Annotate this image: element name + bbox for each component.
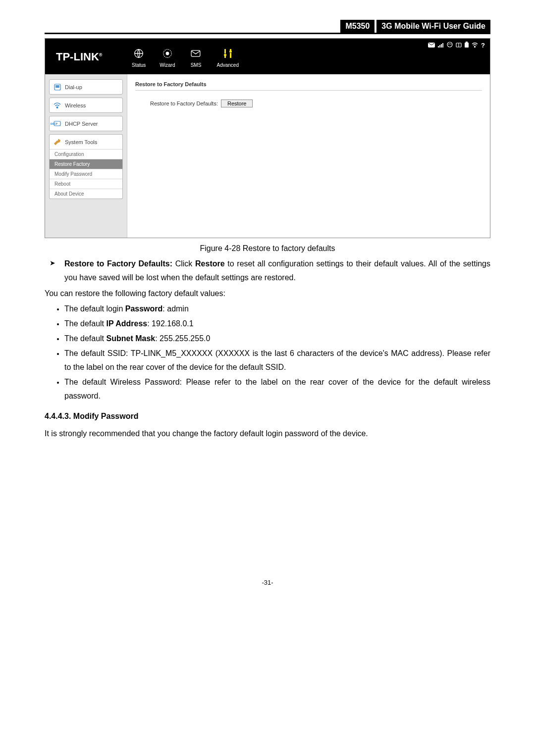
figure-caption: Figure 4-28 Restore to factory defaults [45, 244, 490, 253]
svg-rect-7 [230, 53, 231, 58]
list-item: The default Subnet Mask: 255.255.255.0 [64, 332, 490, 346]
app-header-bar: TP-LINK® Status Wizard SMS [45, 39, 490, 74]
sidebar-item-system-tools[interactable]: System Tools [49, 134, 123, 149]
sidebar-submenu: Configuration Restore Factory Modify Pas… [49, 149, 123, 199]
sidebar-sub-reboot[interactable]: Reboot [50, 179, 122, 189]
app-screenshot: TP-LINK® Status Wizard SMS [45, 38, 490, 238]
sidebar-item-label: DHCP Server [65, 121, 98, 127]
restore-row: Restore to Factory Defaults: Restore [150, 100, 482, 107]
section-heading: 4.4.4.3. Modify Password [45, 412, 490, 421]
wizard-icon [160, 47, 174, 60]
sidebar-sub-modify-password[interactable]: Modify Password [50, 169, 122, 179]
sidebar-item-wireless[interactable]: Wireless [49, 98, 123, 113]
svg-rect-6 [224, 56, 226, 58]
list-item: The default IP Address: 192.168.0.1 [64, 317, 490, 331]
guide-title: 3G Mobile Wi-Fi User Guide [376, 20, 490, 33]
svg-point-26 [58, 87, 59, 88]
envelope-icon [189, 47, 203, 60]
svg-rect-9 [230, 49, 231, 50]
sidebar: Dial-up Wireless DHCP DHCP Server System… [45, 74, 127, 238]
list-item: The default Wireless Password: Please re… [64, 375, 490, 403]
nav-sms[interactable]: SMS [189, 47, 203, 68]
svg-rect-11 [438, 46, 439, 48]
svg-point-2 [166, 52, 169, 55]
svg-point-27 [56, 106, 58, 108]
sidebar-sub-restore-factory[interactable]: Restore Factory [50, 159, 122, 169]
sidebar-item-label: Wireless [65, 102, 86, 108]
svg-rect-12 [439, 45, 440, 48]
defaults-list: The default login Password: admin The de… [64, 302, 490, 403]
sidebar-item-label: Dial-up [65, 84, 82, 90]
list-item: Restore to Factory Defaults: Click Resto… [64, 257, 490, 285]
wrench-icon [54, 138, 61, 146]
svg-point-8 [229, 50, 232, 53]
bold-span: Restore [195, 259, 225, 268]
globe-icon [132, 47, 146, 60]
battery-icon [465, 42, 469, 49]
mail-icon [428, 42, 435, 49]
svg-rect-3 [192, 50, 201, 56]
svg-point-22 [57, 85, 58, 86]
nav-sms-label: SMS [189, 62, 203, 68]
svg-rect-4 [224, 49, 226, 53]
paragraph: It is strongly recommended that you chan… [45, 427, 490, 440]
dialup-icon [54, 83, 61, 91]
svg-point-21 [55, 85, 56, 86]
restore-button[interactable]: Restore [221, 100, 253, 107]
svg-rect-13 [441, 44, 442, 48]
svg-rect-18 [465, 43, 469, 48]
svg-point-24 [55, 87, 56, 88]
model-badge: M5350 [340, 20, 374, 33]
content-panel: Restore to Factory Defaults Restore to F… [127, 74, 490, 238]
svg-point-15 [447, 42, 452, 47]
svg-point-25 [57, 87, 58, 88]
nav-status-label: Status [132, 62, 146, 68]
signal-icon [438, 42, 444, 49]
text-span: Click [172, 259, 195, 268]
app-body: Dial-up Wireless DHCP DHCP Server System… [45, 74, 490, 238]
nav-wizard[interactable]: Wizard [160, 47, 175, 68]
sidebar-sub-about-device[interactable]: About Device [50, 189, 122, 199]
nav-wizard-label: Wizard [160, 62, 175, 68]
sim-icon [456, 42, 462, 49]
nav-status[interactable]: Status [132, 47, 146, 68]
sidebar-sub-configuration[interactable]: Configuration [50, 149, 122, 159]
restore-label: Restore to Factory Defaults: [150, 101, 218, 106]
svg-rect-14 [442, 43, 443, 48]
dhcp-icon: DHCP [54, 120, 61, 127]
top-nav: Status Wizard SMS Advanced [127, 42, 239, 71]
list-item: The default login Password: admin [64, 302, 490, 316]
paragraph: You can restore the following factory de… [45, 287, 490, 300]
svg-point-19 [475, 46, 476, 47]
svg-point-23 [58, 85, 59, 86]
sidebar-item-dialup[interactable]: Dial-up [49, 79, 123, 95]
sliders-icon [221, 47, 235, 60]
connection-icon [447, 42, 453, 49]
feature-list: Restore to Factory Defaults: Click Resto… [64, 257, 490, 285]
page-number: -31- [45, 579, 490, 586]
wireless-icon [54, 101, 61, 109]
help-icon[interactable]: ? [481, 42, 485, 49]
status-tray: ? [428, 42, 485, 49]
sidebar-item-dhcp[interactable]: DHCP DHCP Server [49, 116, 123, 131]
list-item: The default SSID: TP-LINK_M5_XXXXXX (XXX… [64, 347, 490, 374]
svg-rect-17 [466, 42, 468, 43]
bold-span: Restore to Factory Defaults: [64, 259, 172, 268]
sidebar-item-label: System Tools [65, 139, 97, 145]
wifi-icon [472, 42, 478, 49]
brand-logo: TP-LINK® [45, 42, 127, 63]
panel-title: Restore to Factory Defaults [135, 81, 482, 91]
nav-advanced[interactable]: Advanced [216, 47, 238, 68]
nav-advanced-label: Advanced [216, 62, 238, 68]
doc-header: M5350 3G Mobile Wi-Fi User Guide [45, 20, 490, 34]
svg-point-5 [224, 54, 226, 56]
